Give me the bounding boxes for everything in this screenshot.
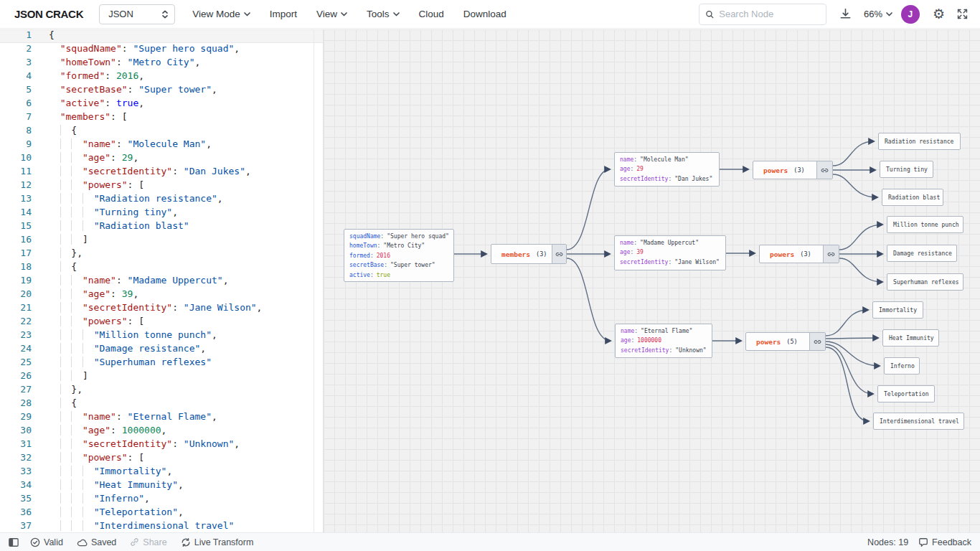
graph-canvas[interactable]: squadName:"Super hero squad" homeTown:"M… (323, 29, 980, 532)
node-leaf[interactable]: Radiation resistance (878, 133, 961, 150)
editor-line[interactable]: 30 "age": 1000000, (0, 425, 323, 438)
collapse-node-button[interactable] (816, 161, 832, 179)
node-powers-1[interactable]: powers (3) (753, 161, 833, 179)
editor-line[interactable]: 27 }, (0, 384, 323, 397)
menu-download[interactable]: Download (463, 9, 507, 19)
json-editor[interactable]: 1{2 "squadName": "Super hero squad",3 "h… (0, 29, 323, 532)
editor-line[interactable]: 26 ] (0, 370, 323, 384)
search-input[interactable] (719, 9, 820, 19)
editor-line[interactable]: 3 "homeTown": "Metro City", (0, 57, 323, 70)
editor-line[interactable]: 34 "Heat Immunity", (0, 479, 323, 493)
node-member-madame-uppercut[interactable]: name:"Madame Uppercut" age:39 secretIden… (614, 235, 726, 270)
node-leaf[interactable]: Immortality (872, 301, 923, 319)
editor-line[interactable]: 28 { (0, 397, 323, 411)
search-node-box[interactable] (699, 4, 826, 25)
line-number: 9 (0, 138, 32, 152)
editor-line[interactable]: 35 "Inferno", (0, 493, 323, 507)
node-members[interactable]: members (3) (491, 244, 567, 264)
collapse-node-button[interactable] (823, 245, 839, 263)
node-leaf[interactable]: Superhuman reflexes (887, 273, 963, 291)
zoom-dropdown[interactable]: 66% (864, 9, 892, 19)
node-leaf[interactable]: Million tonne punch (887, 216, 963, 233)
editor-line[interactable]: 19 "name": "Madame Uppercut", (0, 275, 323, 288)
editor-line[interactable]: 23 "Million tonne punch", (0, 329, 323, 343)
line-number: 21 (0, 302, 32, 316)
editor-line[interactable]: 2 "squadName": "Super hero squad", (0, 43, 323, 57)
editor-line[interactable]: 8 { (0, 125, 323, 138)
editor-line[interactable]: 17 }, (0, 248, 323, 261)
node-member-eternal-flame[interactable]: name:"Eternal Flame" age:1000000 secretI… (615, 324, 712, 358)
node-leaf[interactable]: Damage resistance (887, 245, 957, 262)
share-button[interactable]: Share (130, 537, 166, 547)
node-leaf[interactable]: Teleportation (877, 385, 935, 402)
editor-line[interactable]: 6 "active": true, (0, 98, 323, 111)
node-leaf[interactable]: Turning tiny (880, 161, 933, 178)
chevron-down-icon (886, 12, 892, 17)
menu-view-mode[interactable]: View Mode (192, 9, 250, 19)
menu-view[interactable]: View (316, 9, 347, 19)
editor-line[interactable]: 20 "age": 39, (0, 288, 323, 302)
menu-tools[interactable]: Tools (367, 9, 400, 19)
line-number: 13 (0, 193, 32, 207)
editor-line[interactable]: 15 "Radiation blast" (0, 220, 323, 234)
editor-line[interactable]: 4 "formed": 2016, (0, 70, 323, 84)
node-row: active:true (349, 270, 448, 280)
editor-line[interactable]: 33 "Immortality", (0, 466, 323, 479)
editor-line[interactable]: 7 "members": [ (0, 111, 323, 125)
node-leaf[interactable]: Inferno (884, 357, 920, 375)
editor-line[interactable]: 10 "age": 29, (0, 152, 323, 166)
download-icon (839, 7, 852, 21)
editor-line[interactable]: 9 "name": "Molecule Man", (0, 138, 323, 152)
node-root-object[interactable]: squadName:"Super hero squad" homeTown:"M… (344, 229, 454, 282)
editor-line[interactable]: 5 "secretBase": "Super tower", (0, 84, 323, 98)
editor-line[interactable]: 11 "secretIdentity": "Dan Jukes", (0, 166, 323, 179)
node-row: name:"Molecule Man" (620, 155, 714, 164)
node-members-count: (3) (536, 245, 552, 263)
editor-line[interactable]: 24 "Damage resistance", (0, 343, 323, 357)
node-leaf[interactable]: Heat Immunity (882, 329, 939, 347)
line-number: 33 (0, 466, 32, 479)
toggle-editor-panel-button[interactable] (9, 537, 19, 547)
editor-line[interactable]: 31 "secretIdentity": "Unknown", (0, 438, 323, 452)
live-transform-toggle[interactable]: Live Transform (181, 537, 254, 547)
node-leaf[interactable]: Interdimensional travel (873, 413, 964, 430)
collapse-node-button[interactable] (552, 245, 566, 263)
line-number: 18 (0, 261, 32, 275)
editor-line[interactable]: 14 "Turning tiny", (0, 207, 323, 220)
editor-line[interactable]: 1{ (0, 29, 323, 43)
format-select[interactable]: JSON (99, 4, 175, 24)
line-number: 36 (0, 507, 32, 520)
node-leaf[interactable]: Radiation blast (882, 189, 943, 206)
editor-line[interactable]: 21 "secretIdentity": "Jane Wilson", (0, 302, 323, 316)
menu-import[interactable]: Import (270, 9, 297, 19)
fullscreen-button[interactable] (956, 8, 969, 20)
node-member-molecule-man[interactable]: name:"Molecule Man" age:29 secretIdentit… (614, 152, 720, 187)
refresh-icon (181, 537, 191, 547)
feedback-button[interactable]: Feedback (918, 537, 971, 547)
avatar[interactable]: J (901, 5, 920, 24)
node-powers-2[interactable]: powers (3) (759, 245, 839, 263)
download-image-button[interactable] (839, 7, 852, 21)
editor-line[interactable]: 29 "name": "Eternal Flame", (0, 411, 323, 425)
node-powers-3[interactable]: powers (5) (745, 332, 826, 351)
editor-line[interactable]: 16 ] (0, 234, 323, 248)
node-row: age:1000000 (621, 336, 707, 345)
saved-status[interactable]: Saved (77, 537, 116, 547)
editor-line[interactable]: 13 "Radiation resistance", (0, 193, 323, 207)
editor-line[interactable]: 25 "Superhuman reflexes" (0, 357, 323, 370)
line-number: 4 (0, 70, 32, 84)
editor-line[interactable]: 22 "powers": [ (0, 316, 323, 329)
panel-left-icon (9, 537, 19, 547)
line-number: 17 (0, 248, 32, 261)
menu-cloud[interactable]: Cloud (419, 9, 444, 19)
collapse-node-button[interactable] (809, 333, 825, 350)
line-number: 15 (0, 220, 32, 234)
settings-button[interactable]: ⚙ (933, 6, 945, 22)
line-number: 16 (0, 234, 32, 248)
editor-line[interactable]: 37 "Interdimensional travel" (0, 520, 323, 532)
editor-line[interactable]: 36 "Teleportation", (0, 507, 323, 520)
editor-line[interactable]: 12 "powers": [ (0, 179, 323, 193)
node-row: age:29 (620, 164, 714, 174)
editor-line[interactable]: 18 { (0, 261, 323, 275)
editor-line[interactable]: 32 "powers": [ (0, 452, 323, 466)
